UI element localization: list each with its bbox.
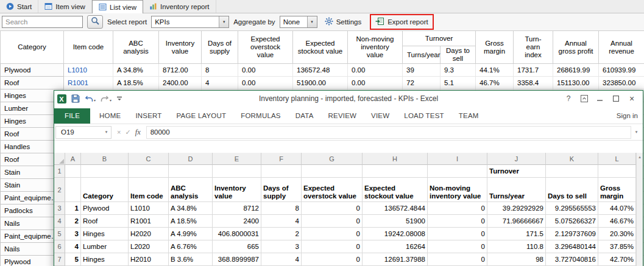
minimize-icon[interactable] — [592, 92, 608, 105]
cell-A3[interactable]: 1 — [65, 202, 81, 215]
help-icon[interactable]: ? — [561, 92, 576, 105]
tab-list-view[interactable]: List view — [92, 0, 143, 13]
cell-F2[interactable]: Days of supply — [261, 178, 302, 202]
formula-bar-input[interactable]: 80000 — [146, 126, 631, 139]
col-annual-revenue[interactable]: Annual revenue — [599, 31, 644, 64]
cell-B6[interactable]: Lumber — [81, 240, 129, 253]
chevron-down-icon[interactable]: ▾ — [102, 130, 111, 135]
cell-G2[interactable]: Expected overstock value — [302, 178, 363, 202]
cell-E6[interactable]: 665 — [213, 240, 261, 253]
cell-C6[interactable]: L2020 — [129, 240, 169, 253]
column-header-K[interactable]: K — [546, 153, 598, 165]
cell-I5[interactable]: 0 — [428, 228, 487, 240]
customize-qat-icon[interactable] — [116, 96, 122, 102]
cell-I6[interactable]: 0 — [428, 240, 487, 253]
ribbon-tab-home[interactable]: HOME — [92, 108, 128, 124]
cell-J2[interactable]: Turns/year — [487, 178, 546, 202]
search-input[interactable] — [2, 16, 83, 28]
cell-D1[interactable] — [169, 165, 213, 178]
cell-G3[interactable]: 0 — [302, 202, 363, 215]
column-header-J[interactable]: J — [487, 153, 546, 165]
scroll-up-icon[interactable]: ▴ — [639, 155, 641, 266]
column-header-B[interactable]: B — [81, 153, 129, 165]
cell-J7[interactable]: 98 — [487, 253, 546, 266]
tab-inventory-report[interactable]: Inventory report — [143, 0, 216, 13]
col-expected-overstock-value[interactable]: Expected overstock value — [238, 31, 293, 64]
ribbon-tab-data[interactable]: DATA — [288, 108, 321, 124]
column-header-F[interactable]: F — [261, 153, 302, 165]
sign-in-link[interactable]: Sign in — [617, 112, 638, 124]
tab-item-view[interactable]: Item view — [38, 0, 92, 13]
cell-F1[interactable] — [261, 165, 302, 178]
column-header-L[interactable]: L — [598, 153, 636, 165]
cell-H7[interactable]: 12691.37988 — [363, 253, 428, 266]
name-box[interactable]: O19 ▾ — [55, 126, 111, 139]
cell-J5[interactable]: 171.5 — [487, 228, 546, 240]
cell-D4[interactable]: A 18.5% — [169, 215, 213, 228]
cancel-icon[interactable]: × — [117, 128, 121, 136]
cell-K3[interactable]: 9.295565553 — [546, 202, 598, 215]
cell-I1[interactable] — [428, 165, 487, 178]
row-header-4[interactable]: 4 — [54, 215, 65, 228]
tab-start[interactable]: Start — [0, 0, 38, 13]
cell-L5[interactable]: 20.30% — [598, 228, 636, 240]
column-header-E[interactable]: E — [213, 153, 261, 165]
ribbon-tab-team[interactable]: TEAM — [451, 108, 486, 124]
cell-C5[interactable]: H2020 — [129, 228, 169, 240]
cell-H2[interactable]: Expected stockout value — [363, 178, 428, 202]
row-header-6[interactable]: 6 — [54, 240, 65, 253]
cell-I4[interactable]: 0 — [428, 215, 487, 228]
report-select[interactable]: KPIs ▾ — [151, 16, 229, 28]
cell-L2[interactable]: Gross margin — [598, 178, 636, 202]
cell-I7[interactable]: 0 — [428, 253, 487, 266]
cell-C1[interactable] — [129, 165, 169, 178]
cell-A5[interactable]: 3 — [65, 228, 81, 240]
cell-H3[interactable]: 136572.4844 — [363, 202, 428, 215]
cell-H5[interactable]: 19242.08008 — [363, 228, 428, 240]
ribbon-tab-insert[interactable]: INSERT — [128, 108, 169, 124]
aggregate-select[interactable]: None ▾ — [280, 16, 317, 28]
col-item-code[interactable]: Item code — [64, 31, 113, 64]
expand-formula-bar-icon[interactable]: ▾ — [631, 130, 642, 135]
cell-G1[interactable] — [302, 165, 363, 178]
ribbon-tab-page-layout[interactable]: PAGE LAYOUT — [169, 108, 234, 124]
col-gross-margin[interactable]: Gross margin — [476, 31, 514, 64]
cell-D2[interactable]: ABC analysis — [169, 178, 213, 202]
insert-function-icon[interactable]: fx — [135, 128, 141, 137]
row-header-7[interactable]: 7 — [54, 253, 65, 266]
export-report-button[interactable]: Export report — [372, 16, 431, 28]
cell-F5[interactable]: 2 — [261, 228, 302, 240]
cell-L4[interactable]: 46.67% — [598, 215, 636, 228]
ribbon-tab-view[interactable]: VIEW — [364, 108, 397, 124]
cell-I3[interactable]: 0 — [428, 202, 487, 215]
cell-D5[interactable]: A 4.99% — [169, 228, 213, 240]
cell-B7[interactable]: Hinges — [81, 253, 129, 266]
col-abc-analysis[interactable]: ABC analysis — [113, 31, 159, 64]
cell-B3[interactable]: Plywood — [81, 202, 129, 215]
select-all-corner[interactable] — [54, 153, 65, 165]
cell-A1[interactable] — [65, 165, 81, 178]
cell-G7[interactable]: 0 — [302, 253, 363, 266]
cell-B1[interactable] — [81, 165, 129, 178]
cell-B5[interactable]: Hinges — [81, 228, 129, 240]
close-icon[interactable]: × — [624, 92, 640, 105]
cell-A2[interactable] — [65, 178, 81, 202]
cell-E3[interactable]: 8712 — [213, 202, 261, 215]
cell-F6[interactable]: 3 — [261, 240, 302, 253]
column-header-D[interactable]: D — [169, 153, 213, 165]
redo-icon[interactable]: ▾ — [101, 95, 111, 103]
cell-J3[interactable]: 39.29292929 — [487, 202, 546, 215]
cell-A4[interactable]: 2 — [65, 215, 81, 228]
ribbon-tab-formulas[interactable]: FORMULAS — [233, 108, 288, 124]
cell-H6[interactable]: 16264 — [363, 240, 428, 253]
maximize-icon[interactable] — [608, 92, 624, 105]
col-inventory-value[interactable]: Inventory value — [159, 31, 202, 64]
value-cell[interactable]: R1001 — [64, 77, 113, 89]
cell-E2[interactable]: Inventory value — [213, 178, 261, 202]
cell-G4[interactable]: 0 — [302, 215, 363, 228]
cell-L7[interactable]: 42.70% — [598, 253, 636, 266]
cell-F7[interactable]: 4 — [261, 253, 302, 266]
cell-D6[interactable]: A 6.76% — [169, 240, 213, 253]
settings-button[interactable]: Settings — [322, 16, 365, 28]
column-header-I[interactable]: I — [428, 153, 487, 165]
